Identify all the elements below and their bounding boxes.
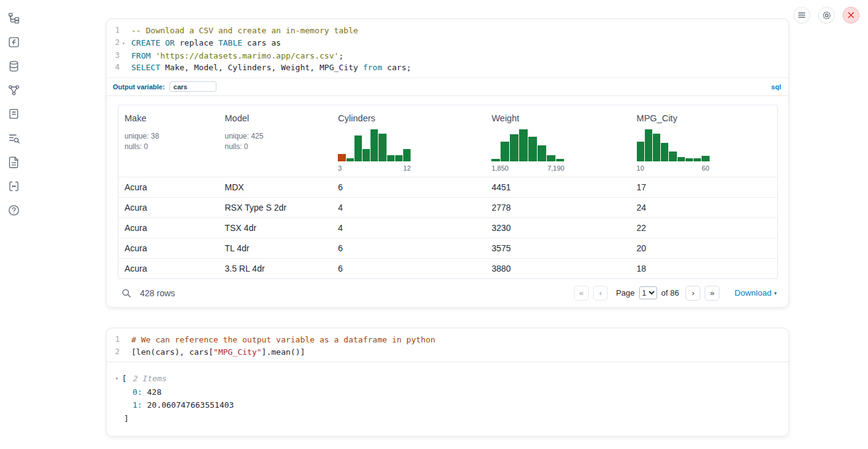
histogram-bar[interactable] xyxy=(491,159,500,161)
menu-button[interactable] xyxy=(793,7,810,23)
axis-max-label: 12 xyxy=(403,164,411,172)
file-explorer-icon[interactable] xyxy=(6,10,22,26)
snippets-icon[interactable] xyxy=(6,178,22,194)
histogram-bar[interactable] xyxy=(653,134,660,161)
histogram-bar[interactable] xyxy=(371,129,378,161)
histogram-bar[interactable] xyxy=(637,142,644,161)
variables-icon[interactable] xyxy=(6,34,22,50)
histogram-bars xyxy=(338,129,411,161)
column-name: Cylinders xyxy=(338,113,480,123)
table-row[interactable]: AcuraMDX6445117 xyxy=(118,177,777,197)
histogram-bar[interactable] xyxy=(403,149,411,161)
tree-item-key: 0: xyxy=(133,387,142,397)
download-button[interactable]: Download ▾ xyxy=(734,288,777,297)
histogram-bar[interactable] xyxy=(694,158,701,161)
table-cell: 6 xyxy=(332,177,485,197)
sql-editor[interactable]: 1-- Download a CSV and create an in-memo… xyxy=(107,19,788,78)
column-header[interactable]: Weight1,8507,190 xyxy=(485,105,630,177)
histogram-bar[interactable] xyxy=(669,152,676,161)
histogram-bar[interactable] xyxy=(338,154,345,161)
axis-max-label: 7,190 xyxy=(547,164,565,172)
histogram-bar[interactable] xyxy=(510,134,518,161)
chevron-down-icon: ▾ xyxy=(774,290,777,296)
fold-gutter xyxy=(120,334,128,346)
gear-icon xyxy=(822,10,832,20)
histogram-bar[interactable] xyxy=(501,142,509,161)
table-row[interactable]: AcuraTSX 4dr4323022 xyxy=(118,217,777,238)
table-cell: 3880 xyxy=(485,258,630,278)
table-cell: 20 xyxy=(631,238,777,258)
histogram-bar[interactable] xyxy=(547,155,555,161)
datasources-icon[interactable] xyxy=(6,58,22,74)
table-cell: 3230 xyxy=(485,217,630,238)
tree-collapse-icon[interactable]: ▾ xyxy=(115,376,118,381)
table-row[interactable]: Acura3.5 RL 4dr6388018 xyxy=(118,258,777,278)
line-number: 4 xyxy=(107,62,120,74)
table-row[interactable]: AcuraRSX Type S 2dr4277824 xyxy=(118,197,777,217)
table-cell: 4451 xyxy=(485,177,630,197)
code-line: 1-- Download a CSV and create an in-memo… xyxy=(107,25,788,37)
table-cell: TSX 4dr xyxy=(218,217,332,238)
tree-item-key: 1: xyxy=(133,400,142,410)
code-text: -- Download a CSV and create an in-memor… xyxy=(128,25,358,37)
table-cell: 3.5 RL 4dr xyxy=(218,258,332,278)
histogram-bar[interactable] xyxy=(346,158,354,161)
prev-page-button[interactable]: ‹ xyxy=(593,286,608,301)
settings-button[interactable] xyxy=(818,7,835,23)
page-total-label: of 86 xyxy=(661,288,679,297)
histogram-axis-labels: 312 xyxy=(338,164,411,172)
histogram-bar[interactable] xyxy=(354,136,362,161)
tree-root-row: ▾[2 Items xyxy=(115,372,779,386)
next-page-button[interactable]: › xyxy=(686,286,700,301)
histogram-bar[interactable] xyxy=(528,137,537,161)
histogram-bar[interactable] xyxy=(686,158,693,161)
column-header[interactable]: MPG_City1060 xyxy=(631,105,777,177)
histogram-bar[interactable] xyxy=(556,159,565,161)
histogram-bar[interactable] xyxy=(538,145,546,161)
histogram-bar[interactable] xyxy=(645,129,652,161)
column-name: Make xyxy=(125,113,213,123)
histogram-bar[interactable] xyxy=(702,156,709,161)
line-number: 1 xyxy=(107,334,120,346)
histogram-bar[interactable] xyxy=(678,157,685,161)
output-variable-label: Output variable: xyxy=(113,83,165,91)
python-editor[interactable]: 1# We can reference the output variable … xyxy=(107,328,788,362)
python-cell: 1# We can reference the output variable … xyxy=(106,328,789,437)
code-line: 1# We can reference the output variable … xyxy=(107,334,788,346)
fold-gutter xyxy=(120,62,128,74)
dependencies-icon[interactable] xyxy=(6,82,22,98)
help-icon[interactable] xyxy=(6,202,22,218)
column-header[interactable]: Makeunique: 38nulls: 0 xyxy=(118,105,218,177)
histogram-bar[interactable] xyxy=(362,149,370,161)
table-row[interactable]: AcuraTL 4dr6357520 xyxy=(118,238,777,258)
table-cell: Acura xyxy=(118,197,218,217)
table-header-row: Makeunique: 38nulls: 0Modelunique: 425nu… xyxy=(118,105,777,177)
python-cell-output: ▾[2 Items0: 4281: 20.060747663551403] xyxy=(107,362,788,436)
histogram-bars xyxy=(637,129,710,161)
outline-icon[interactable] xyxy=(6,106,22,122)
histogram-bar[interactable] xyxy=(379,134,386,161)
histogram-bar[interactable] xyxy=(387,155,395,161)
column-header[interactable]: Cylinders312 xyxy=(332,105,485,177)
documentation-icon[interactable] xyxy=(6,154,22,170)
column-header[interactable]: Modelunique: 425nulls: 0 xyxy=(218,105,332,177)
search-button[interactable] xyxy=(121,288,131,298)
data-table: Makeunique: 38nulls: 0Modelunique: 425nu… xyxy=(118,105,778,279)
histogram-bar[interactable] xyxy=(661,143,668,161)
table-cell: 2778 xyxy=(485,197,630,217)
table-cell: 6 xyxy=(332,238,485,258)
table-cell: RSX Type S 2dr xyxy=(218,197,332,217)
output-variable-input[interactable] xyxy=(170,81,216,92)
logs-icon[interactable] xyxy=(6,130,22,146)
first-page-icon: « xyxy=(579,289,584,297)
page-select[interactable]: 1 xyxy=(639,286,657,299)
histogram-bar[interactable] xyxy=(395,155,403,161)
last-page-button[interactable]: » xyxy=(705,286,719,301)
histogram-bar[interactable] xyxy=(519,129,528,161)
last-page-icon: » xyxy=(710,289,714,297)
shutdown-button[interactable] xyxy=(843,7,859,23)
table-cell: 3575 xyxy=(485,238,630,258)
column-name: Model xyxy=(224,113,327,123)
first-page-button[interactable]: « xyxy=(574,286,589,301)
fold-chevron-icon[interactable]: ▾ xyxy=(120,37,128,50)
